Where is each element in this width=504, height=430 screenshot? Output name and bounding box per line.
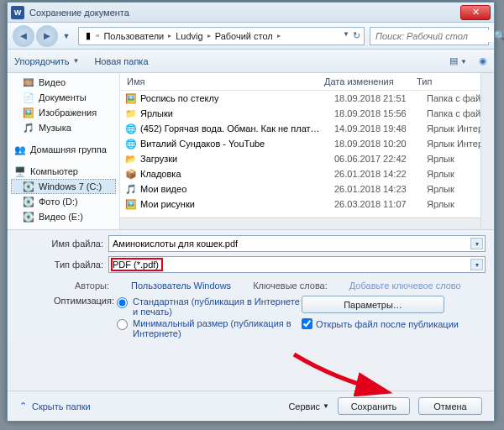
search-icon: 🔍 — [494, 30, 504, 42]
filetype-select[interactable]: PDF (*.pdf) ▾ — [108, 256, 486, 273]
list-item[interactable]: 🖼️Мои рисунки26.03.2018 11:07Ярлык — [120, 197, 494, 212]
optimize-label: Оптимизация: — [54, 296, 117, 339]
filetype-label: Тип файла: — [33, 260, 108, 270]
search-input[interactable] — [374, 30, 494, 42]
tree-drive-c[interactable]: 💽Windows 7 (C:) — [11, 179, 116, 194]
list-item[interactable]: 📂Загрузки06.06.2017 22:42Ярлык — [120, 151, 494, 166]
params-button[interactable]: Параметры… — [302, 296, 444, 313]
breadcrumb-seg[interactable]: Ludvig — [173, 31, 205, 41]
new-folder-button[interactable]: Новая папка — [94, 56, 148, 66]
close-button[interactable]: ✕ — [460, 5, 491, 20]
breadcrumb[interactable]: ▮ « Пользователи▸ Ludvig▸ Рабочий стол▸ … — [78, 27, 365, 45]
breadcrumb-seg[interactable]: Пользователи — [101, 31, 166, 41]
tree-documents[interactable]: 📄Документы — [11, 90, 116, 105]
file-icon: 📁 — [125, 108, 137, 119]
filename-dropdown[interactable]: ▾ — [470, 238, 483, 249]
open-after-check[interactable]: Открыть файл после публикации — [302, 313, 486, 329]
tree-drive-video[interactable]: 💽Видео (E:) — [11, 209, 116, 224]
file-icon: 🌐 — [125, 123, 137, 134]
keywords-label: Ключевые слова: — [253, 281, 328, 291]
filename-label: Имя файла: — [33, 239, 108, 249]
list-item[interactable]: 📦Кладовка26.01.2018 14:22Ярлык — [120, 166, 494, 181]
file-list[interactable]: Имя Дата изменения Тип 🖼️Роспись по стек… — [120, 73, 494, 229]
refresh-icon[interactable]: ↻ — [353, 30, 360, 41]
col-date[interactable]: Дата изменения — [324, 76, 417, 87]
tree-computer[interactable]: 🖥️Компьютер — [11, 164, 116, 179]
cancel-button[interactable]: Отмена — [418, 397, 482, 415]
file-icon: 🖼️ — [125, 198, 137, 210]
footer: ⌃ Скрыть папки Сервис ▼ Сохранить Отмена — [8, 391, 494, 421]
authors-value[interactable]: Пользователь Windows — [131, 281, 231, 291]
tree-music[interactable]: 🎵Музыка — [11, 120, 116, 135]
filename-input[interactable]: Аминокислоты для кошек.pdf ▾ — [108, 235, 486, 252]
columns-header[interactable]: Имя Дата изменения Тип — [120, 73, 494, 91]
keywords-value[interactable]: Добавьте ключевое слово — [349, 281, 461, 291]
organize-button[interactable]: Упорядочить ▼ — [14, 56, 79, 66]
hscrollbar[interactable] — [120, 218, 480, 229]
file-icon: 🌐 — [125, 138, 137, 149]
help-icon[interactable]: ◉ — [479, 55, 487, 66]
toolbar: Упорядочить ▼ Новая папка ▤ ▼ ◉ — [8, 50, 494, 73]
history-dropdown[interactable]: ▼ — [60, 25, 73, 47]
list-item[interactable]: 📁Ярлыки18.09.2018 15:56Папка с файлам — [120, 106, 494, 121]
titlebar: W Сохранение документа ✕ — [8, 3, 494, 23]
tree-drive-photo[interactable]: 💽Фото (D:) — [11, 194, 116, 209]
chevron-up-icon: ⌃ — [19, 401, 27, 412]
save-dialog: W Сохранение документа ✕ ◄ ► ▼ ▮ « Польз… — [7, 2, 495, 422]
save-button[interactable]: Сохранить — [338, 397, 410, 415]
authors-label: Авторы: — [75, 281, 109, 291]
list-item[interactable]: 🌐Виталий Сундаков - YouTube18.09.2018 10… — [120, 136, 494, 151]
breadcrumb-seg[interactable]: Рабочий стол — [213, 31, 276, 41]
opt-min[interactable]: Минимальный размер (публикация в Интерне… — [117, 317, 302, 339]
service-menu[interactable]: Сервис ▼ — [288, 401, 329, 412]
file-icon: 🎵 — [125, 183, 137, 195]
tree-images[interactable]: 🖼️Изображения — [11, 105, 116, 120]
tree-homegroup[interactable]: 👥Домашняя группа — [11, 142, 116, 157]
view-icon[interactable]: ▤ ▼ — [449, 55, 467, 66]
opt-standard[interactable]: Стандартная (публикация в Интернете и пе… — [117, 296, 302, 317]
hide-folders-toggle[interactable]: ⌃ Скрыть папки — [19, 401, 91, 412]
file-icon: 🖼️ — [125, 92, 137, 104]
window-title: Сохранение документа — [29, 8, 129, 18]
folder-icon: ▮ — [82, 30, 94, 42]
file-icon: 📦 — [125, 168, 137, 180]
search-box[interactable]: 🔍 — [370, 27, 489, 45]
back-button[interactable]: ◄ — [13, 25, 34, 47]
list-item[interactable]: 🎵Мои видео26.01.2018 14:23Ярлык — [120, 181, 494, 197]
list-item[interactable]: 🖼️Роспись по стеклу18.09.2018 21:51Папка… — [120, 91, 494, 106]
tree-video[interactable]: 🎞️Видео — [11, 75, 116, 90]
word-icon: W — [11, 6, 24, 19]
nav-tree[interactable]: 🎞️Видео 📄Документы 🖼️Изображения 🎵Музыка… — [8, 73, 120, 229]
nav-bar: ◄ ► ▼ ▮ « Пользователи▸ Ludvig▸ Рабочий … — [8, 23, 494, 50]
col-type[interactable]: Тип — [417, 76, 475, 87]
filetype-dropdown[interactable]: ▾ — [470, 259, 483, 270]
vscrollbar[interactable] — [480, 73, 494, 229]
list-item[interactable]: 🌐(452) Горячая вода. Обман. Как не плат…… — [120, 121, 494, 136]
forward-button[interactable]: ► — [36, 25, 58, 47]
col-name[interactable]: Имя — [127, 76, 324, 87]
file-icon: 📂 — [125, 153, 137, 165]
